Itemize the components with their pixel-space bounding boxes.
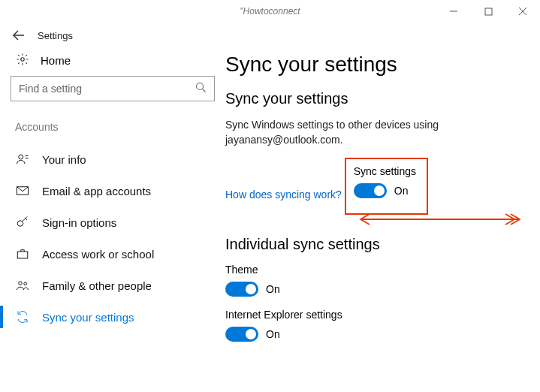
back-button[interactable] xyxy=(6,23,32,48)
search-icon xyxy=(195,82,207,95)
sidebar-item-label: Email & app accounts xyxy=(42,185,151,198)
svg-point-8 xyxy=(19,155,23,159)
home-label: Home xyxy=(41,54,71,67)
individual-heading: Individual sync settings xyxy=(225,236,525,253)
description: Sync Windows settings to other devices u… xyxy=(225,118,458,147)
main-content: Sync your settings Sync your settings Sy… xyxy=(225,48,540,392)
svg-point-12 xyxy=(17,221,23,227)
annotation-highlight: Sync settings On xyxy=(345,158,428,215)
sidebar-item-sync[interactable]: Sync your settings xyxy=(11,301,215,333)
sub-heading: Sync your settings xyxy=(225,90,525,107)
gear-icon xyxy=(15,53,30,68)
search-input[interactable]: Find a setting xyxy=(11,76,215,101)
toggle-state-text: On xyxy=(266,283,280,295)
title-bar: "Howtoconnect xyxy=(0,0,540,23)
sidebar-item-family[interactable]: Family & other people xyxy=(11,270,215,301)
people-icon xyxy=(15,279,30,292)
maximize-button[interactable] xyxy=(471,0,505,23)
svg-rect-15 xyxy=(17,252,28,258)
ie-settings-label: Internet Explorer settings xyxy=(225,309,525,321)
mail-icon xyxy=(15,184,30,198)
section-label: Accounts xyxy=(15,121,215,133)
svg-point-17 xyxy=(24,282,27,285)
close-button[interactable] xyxy=(505,0,540,23)
svg-point-5 xyxy=(21,58,25,62)
toggle-state-text: On xyxy=(266,328,280,340)
sync-icon xyxy=(15,310,30,324)
search-placeholder: Find a setting xyxy=(19,83,195,95)
person-icon xyxy=(15,152,30,166)
page-title: Sync your settings xyxy=(225,53,525,77)
theme-toggle[interactable] xyxy=(225,282,258,297)
sidebar-item-label: Sync your settings xyxy=(42,311,134,324)
sidebar-item-label: Your info xyxy=(42,153,86,166)
svg-point-16 xyxy=(19,282,23,285)
home-nav[interactable]: Home xyxy=(11,48,215,76)
header: Settings xyxy=(0,23,540,48)
minimize-button[interactable] xyxy=(436,0,471,23)
ie-settings-toggle[interactable] xyxy=(225,327,258,342)
theme-label: Theme xyxy=(225,264,525,276)
key-icon xyxy=(15,216,30,229)
sync-settings-toggle[interactable] xyxy=(354,183,387,198)
sidebar-item-label: Access work or school xyxy=(42,248,154,261)
sidebar-item-label: Family & other people xyxy=(42,279,152,292)
sidebar-item-signin[interactable]: Sign-in options xyxy=(11,207,215,238)
sidebar-item-label: Sign-in options xyxy=(42,216,116,229)
sidebar-item-your-info[interactable]: Your info xyxy=(11,143,215,175)
svg-line-7 xyxy=(203,89,206,92)
toggle-state-text: On xyxy=(394,185,409,197)
sync-settings-label: Sync settings xyxy=(354,165,416,177)
sidebar-item-work[interactable]: Access work or school xyxy=(11,238,215,270)
sidebar-item-email[interactable]: Email & app accounts xyxy=(11,175,215,207)
svg-rect-1 xyxy=(485,8,492,15)
briefcase-icon xyxy=(15,247,30,261)
svg-point-6 xyxy=(197,83,204,90)
svg-line-14 xyxy=(26,219,27,220)
sidebar: Home Find a setting Accounts Your info xyxy=(0,48,225,392)
watermark-text: "Howtoconnect xyxy=(240,6,300,17)
help-link[interactable]: How does syncing work? xyxy=(225,188,342,201)
header-title: Settings xyxy=(38,30,73,41)
